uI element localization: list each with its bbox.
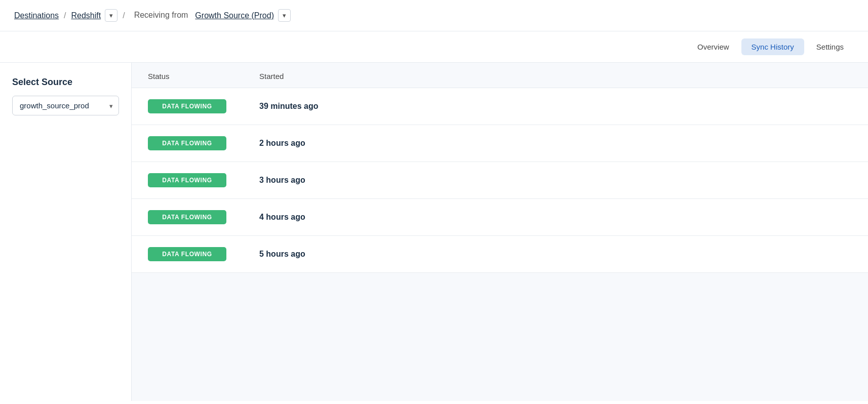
table-row-started-cell: 5 hours ago	[259, 250, 852, 259]
content-area: Status Started DATA FLOWING 39 minutes a…	[132, 63, 868, 401]
table-row-status-cell: DATA FLOWING	[148, 247, 259, 261]
status-badge: DATA FLOWING	[148, 99, 226, 113]
status-badge: DATA FLOWING	[148, 136, 226, 150]
tab-sync-history[interactable]: Sync History	[741, 38, 804, 55]
source-dropdown-button[interactable]: ▾	[278, 9, 291, 22]
breadcrumb-sep-2: /	[123, 11, 125, 20]
table-row: DATA FLOWING 5 hours ago	[132, 236, 868, 273]
breadcrumb-source[interactable]: Growth Source (Prod)	[195, 11, 274, 20]
table-row-started-cell: 4 hours ago	[259, 213, 852, 222]
table-row-started-cell: 3 hours ago	[259, 176, 852, 185]
col-header-status: Status	[148, 72, 259, 80]
breadcrumb-redshift[interactable]: Redshift	[71, 11, 101, 20]
breadcrumb-bar: Destinations / Redshift ▾ / Receiving fr…	[0, 0, 868, 31]
sidebar-title: Select Source	[12, 77, 119, 88]
table-row: DATA FLOWING 2 hours ago	[132, 125, 868, 162]
source-select-wrapper[interactable]: growth_source_prod ▾	[12, 96, 119, 115]
table-row: DATA FLOWING 4 hours ago	[132, 199, 868, 236]
main-layout: Select Source growth_source_prod ▾ Statu…	[0, 63, 868, 401]
status-badge: DATA FLOWING	[148, 210, 226, 224]
redshift-dropdown-button[interactable]: ▾	[105, 9, 117, 22]
table-header: Status Started	[132, 63, 868, 88]
sidebar: Select Source growth_source_prod ▾	[0, 63, 132, 401]
table-row: DATA FLOWING 39 minutes ago	[132, 88, 868, 125]
source-select[interactable]: growth_source_prod	[12, 96, 119, 115]
receiving-from-label: Receiving from	[134, 10, 188, 21]
table-row-status-cell: DATA FLOWING	[148, 173, 259, 187]
table-row-status-cell: DATA FLOWING	[148, 210, 259, 224]
table-body: DATA FLOWING 39 minutes ago DATA FLOWING…	[132, 88, 868, 273]
breadcrumb-sep-1: /	[64, 11, 66, 20]
tab-settings[interactable]: Settings	[806, 38, 854, 55]
tab-overview[interactable]: Overview	[687, 38, 739, 55]
table-row-status-cell: DATA FLOWING	[148, 99, 259, 113]
table-row-status-cell: DATA FLOWING	[148, 136, 259, 150]
table-row-started-cell: 39 minutes ago	[259, 102, 852, 111]
breadcrumb-destinations[interactable]: Destinations	[14, 11, 59, 20]
col-header-started: Started	[259, 72, 852, 80]
table-row: DATA FLOWING 3 hours ago	[132, 162, 868, 199]
tab-bar: Overview Sync History Settings	[0, 31, 868, 63]
status-badge: DATA FLOWING	[148, 173, 226, 187]
table-row-started-cell: 2 hours ago	[259, 139, 852, 148]
status-badge: DATA FLOWING	[148, 247, 226, 261]
